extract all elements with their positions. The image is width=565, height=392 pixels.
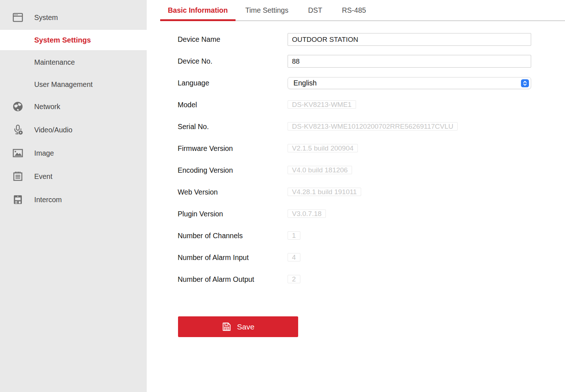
tab-basic-information[interactable]: Basic Information xyxy=(160,0,236,21)
sidebar-item-label: Image xyxy=(34,149,54,157)
sidebar: System System Settings Maintenance User … xyxy=(0,0,147,392)
number-of-alarm-input-value: 4 xyxy=(288,253,300,261)
sidebar-item-intercom[interactable]: Intercom xyxy=(0,189,147,210)
field-label: Number of Channels xyxy=(178,229,243,242)
form-row-number-of-alarm-input: Number of Alarm Input 4 xyxy=(178,251,531,264)
form-row-model: Model DS-KV8213-WME1 xyxy=(178,99,531,111)
microphone-icon xyxy=(12,124,24,136)
firmware-version-value: V2.1.5 build 200904 xyxy=(288,144,358,152)
plugin-version-value: V3.0.7.18 xyxy=(288,209,326,218)
sidebar-item-label: Video/Audio xyxy=(34,126,72,134)
form-row-firmware-version: Firmware Version V2.1.5 build 200904 xyxy=(178,142,531,155)
field-label: Number of Alarm Input xyxy=(178,251,249,264)
tab-bar: Basic Information Time Settings DST RS-4… xyxy=(160,0,565,21)
sidebar-item-network[interactable]: Network xyxy=(0,96,147,117)
field-label: Serial No. xyxy=(178,120,209,133)
encoding-version-value: V4.0 build 181206 xyxy=(288,166,352,174)
sidebar-item-system[interactable]: System xyxy=(0,7,147,28)
globe-icon xyxy=(12,101,24,112)
save-button[interactable]: Save xyxy=(178,316,298,337)
web-version-value: V4.28.1 build 191011 xyxy=(288,188,361,196)
sidebar-item-event[interactable]: Event xyxy=(0,166,147,187)
window-icon xyxy=(12,12,24,23)
sidebar-item-label: Network xyxy=(34,103,60,111)
sidebar-item-label: Intercom xyxy=(34,196,62,204)
form-row-web-version: Web Version V4.28.1 build 191011 xyxy=(178,186,531,199)
form-row-plugin-version: Plugin Version V3.0.7.18 xyxy=(178,208,531,220)
field-label: Web Version xyxy=(178,186,218,199)
sidebar-item-label: Event xyxy=(34,172,52,181)
language-select[interactable]: English xyxy=(288,77,531,89)
main-panel: Basic Information Time Settings DST RS-4… xyxy=(147,0,565,392)
save-icon xyxy=(222,322,232,332)
device-name-input[interactable] xyxy=(288,33,531,46)
model-value: DS-KV8213-WME1 xyxy=(288,100,356,109)
field-label: Device No. xyxy=(178,55,212,68)
event-icon xyxy=(12,171,24,182)
tab-dst[interactable]: DST xyxy=(298,0,332,21)
number-of-channels-value: 1 xyxy=(288,231,300,240)
sidebar-item-maintenance[interactable]: Maintenance xyxy=(0,52,147,72)
serial-no-value: DS-KV8213-WME10120200702RRE56269117CVLU xyxy=(288,122,458,131)
sidebar-item-video-audio[interactable]: Video/Audio xyxy=(0,120,147,140)
sidebar-item-label: Maintenance xyxy=(34,58,75,67)
sidebar-item-label: User Management xyxy=(34,80,92,89)
image-icon xyxy=(12,147,24,159)
tab-rs485[interactable]: RS-485 xyxy=(332,0,376,21)
number-of-alarm-output-value: 2 xyxy=(288,275,300,283)
form-row-encoding-version: Encoding Version V4.0 build 181206 xyxy=(178,164,531,177)
field-label: Number of Alarm Output xyxy=(178,273,254,286)
field-label: Encoding Version xyxy=(178,164,233,177)
field-label: Device Name xyxy=(178,33,220,46)
field-label: Plugin Version xyxy=(178,208,223,220)
form-row-language: Language English xyxy=(178,77,531,89)
sidebar-item-label: System Settings xyxy=(34,36,91,44)
field-label: Model xyxy=(178,99,197,111)
device-no-input[interactable] xyxy=(288,55,531,68)
select-stepper-icon xyxy=(521,79,529,87)
form-row-number-of-alarm-output: Number of Alarm Output 2 xyxy=(178,273,531,286)
language-select-value: English xyxy=(293,79,317,87)
form-row-device-no: Device No. xyxy=(178,55,531,68)
save-button-label: Save xyxy=(237,323,254,331)
sidebar-item-system-settings[interactable]: System Settings xyxy=(0,30,147,50)
field-label: Firmware Version xyxy=(178,142,233,155)
intercom-icon xyxy=(12,194,24,205)
form-row-number-of-channels: Number of Channels 1 xyxy=(178,229,531,242)
form-row-device-name: Device Name xyxy=(178,33,531,46)
sidebar-item-user-management[interactable]: User Management xyxy=(0,74,147,95)
tab-time-settings[interactable]: Time Settings xyxy=(236,0,299,21)
device-config-page: System System Settings Maintenance User … xyxy=(0,0,565,392)
field-label: Language xyxy=(178,77,209,89)
sidebar-item-image[interactable]: Image xyxy=(0,143,147,163)
sidebar-item-label: System xyxy=(34,13,58,22)
form-row-serial-no: Serial No. DS-KV8213-WME10120200702RRE56… xyxy=(178,120,531,133)
